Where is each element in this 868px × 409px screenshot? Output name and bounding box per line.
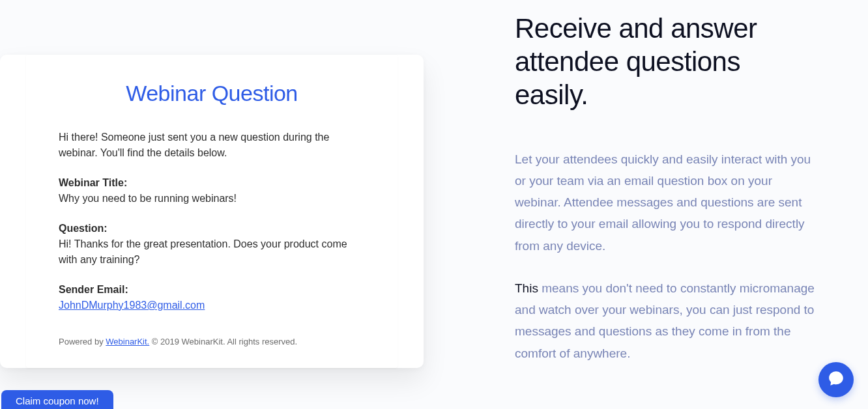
- claim-coupon-button[interactable]: Claim coupon now!: [1, 390, 113, 409]
- email-webinar-title-section: Webinar Title: Why you need to be runnin…: [59, 175, 365, 206]
- email-card: Webinar Question Hi there! Someone just …: [26, 55, 398, 368]
- chat-widget-button[interactable]: [818, 362, 854, 397]
- email-sender-section: Sender Email: JohnDMurphy1983@gmail.com: [59, 282, 365, 313]
- feature-description-panel: Receive and answer attendee questions ea…: [430, 0, 868, 409]
- paragraph-rest: means you don't need to constantly micro…: [515, 281, 815, 360]
- feature-paragraph-1: Let your attendees quickly and easily in…: [515, 148, 816, 257]
- paragraph-bold-word: This: [515, 281, 538, 295]
- feature-paragraph-2: This means you don't need to constantly …: [515, 277, 816, 364]
- sender-email-link[interactable]: JohnDMurphy1983@gmail.com: [59, 298, 365, 313]
- question-value: Hi! Thanks for the great presentation. D…: [59, 236, 365, 268]
- email-preview-panel: Webinar Question Hi there! Someone just …: [0, 0, 430, 409]
- webinar-title-value: Why you need to be running webinars!: [59, 191, 365, 206]
- feature-heading: Receive and answer attendee questions ea…: [515, 12, 816, 112]
- email-question-section: Question: Hi! Thanks for the great prese…: [59, 221, 365, 268]
- chat-icon: [828, 370, 845, 389]
- email-card-wrapper: Webinar Question Hi there! Someone just …: [0, 55, 424, 368]
- webinar-title-label: Webinar Title:: [59, 177, 127, 188]
- footer-brand-link[interactable]: WebinarKit.: [106, 337, 149, 346]
- footer-prefix: Powered by: [59, 337, 106, 346]
- email-intro: Hi there! Someone just sent you a new qu…: [59, 130, 365, 161]
- email-body: Hi there! Someone just sent you a new qu…: [59, 130, 365, 348]
- sender-email-label: Sender Email:: [59, 284, 128, 295]
- question-label: Question:: [59, 223, 108, 234]
- email-title: Webinar Question: [59, 81, 365, 106]
- email-footer: Powered by WebinarKit. © 2019 WebinarKit…: [59, 335, 365, 348]
- footer-suffix: © 2019 WebinarKit. All rights reserved.: [149, 337, 297, 346]
